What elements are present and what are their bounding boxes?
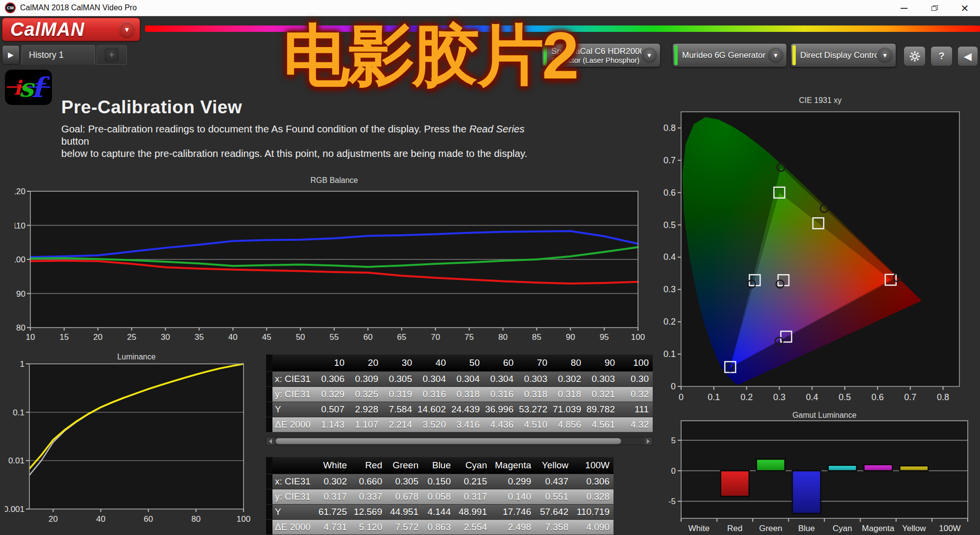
table-row: ΔE 20004.7315.1207.5720.8632.5542.4987.3… xyxy=(266,519,613,535)
table-cell: 14.602 xyxy=(416,404,450,415)
add-tab-button[interactable]: + xyxy=(97,45,127,65)
table-cell: 53.272 xyxy=(517,404,551,415)
table-cell: 0.306 xyxy=(572,476,613,487)
table-row: Y61.72512.56944.9514.14448.99117.74657.6… xyxy=(266,504,613,519)
table-row: y: CIE310.3170.3370.6780.0580.3170.1400.… xyxy=(266,489,613,504)
table-cell xyxy=(266,387,272,402)
table-cell: ΔE 2000 xyxy=(272,522,315,533)
question-icon: ? xyxy=(938,51,944,62)
minimize-button[interactable] xyxy=(889,0,919,16)
svg-text:40: 40 xyxy=(96,514,105,524)
settings-button[interactable] xyxy=(903,46,926,67)
chevron-down-icon: ▼ xyxy=(877,48,893,63)
display-control-dropdown[interactable]: Direct Display Control ▼ xyxy=(790,43,896,67)
table-cell: 3.520 xyxy=(416,419,450,430)
table-cell: 4.090 xyxy=(572,522,613,533)
table-cell: x: CIE31 xyxy=(272,476,315,487)
table-cell: 0.318 xyxy=(517,389,551,400)
svg-text:CIE 1931 xy: CIE 1931 xy xyxy=(799,96,841,104)
table-cell: 0.150 xyxy=(422,476,455,487)
play-arrow-icon: ▶ xyxy=(8,51,14,59)
svg-text:10: 10 xyxy=(26,332,35,342)
svg-text:0.1: 0.1 xyxy=(663,349,676,359)
table-cell: ΔE 2000 xyxy=(272,419,315,430)
table-cell: 5.120 xyxy=(351,522,386,533)
table-cell xyxy=(266,402,272,417)
svg-text:0.7: 0.7 xyxy=(663,155,676,165)
table-cell xyxy=(266,417,272,432)
svg-text:25: 25 xyxy=(127,332,136,342)
table-cell: 0.215 xyxy=(455,476,491,487)
scroll-left-button[interactable] xyxy=(267,437,274,445)
luminance-chart: 10.10.010.00120406080100Luminance xyxy=(5,351,261,535)
calman-menu-button[interactable]: CalMAN ▼ xyxy=(2,18,140,41)
table-cell: 4.856 xyxy=(551,419,585,430)
table-cell: Y xyxy=(272,404,315,415)
chevron-down-icon: ▼ xyxy=(768,48,784,63)
source-dropdown[interactable]: Murideo 6G Generator ▼ xyxy=(672,43,787,67)
help-button[interactable]: ? xyxy=(930,46,953,67)
table-cell: 7.572 xyxy=(386,522,422,533)
svg-text:0.3: 0.3 xyxy=(773,392,785,402)
table-cell: 4.561 xyxy=(585,419,619,430)
sidebar-expander-button[interactable]: ▶ xyxy=(2,45,20,65)
window-title: CalMAN 2018 CalMAN Video Pro xyxy=(20,3,137,12)
table-cell: Magenta xyxy=(491,460,535,471)
svg-text:80: 80 xyxy=(191,514,200,524)
page-title: Pre-Calibration View xyxy=(61,97,242,118)
table-cell: 40 xyxy=(416,357,450,368)
gamut-luminance-chart: 50-5WhiteRedGreenBlueCyanMagentaYellow10… xyxy=(659,411,977,535)
table-row: ΔE 20001.1431.1072.2143.5203.4164.4364.5… xyxy=(266,417,653,432)
scroll-right-button[interactable] xyxy=(644,437,652,445)
table-cell: 61.725 xyxy=(315,507,351,517)
table-cell: 24.439 xyxy=(450,404,484,415)
svg-text:0.6: 0.6 xyxy=(871,392,883,402)
scrollbar-thumb[interactable] xyxy=(275,438,621,444)
table-cell: 36.996 xyxy=(484,404,517,415)
table-cell: 0.140 xyxy=(491,491,535,502)
table-row: Y0.5072.9287.58414.60224.43936.99653.272… xyxy=(266,402,653,417)
table-cell: 1.107 xyxy=(348,419,382,430)
table-cell: 0.321 xyxy=(585,389,619,400)
table-cell: 48.991 xyxy=(455,507,491,517)
table-cell: 0.318 xyxy=(450,389,484,400)
table-cell: 17.746 xyxy=(491,507,535,517)
restore-icon xyxy=(931,5,938,11)
restore-button[interactable] xyxy=(919,0,950,16)
scrollbar-track[interactable] xyxy=(275,438,643,444)
table-cell: 0.302 xyxy=(551,374,585,384)
collapse-panel-button[interactable]: ◀ xyxy=(957,46,979,67)
table-cell: 2.214 xyxy=(382,419,416,430)
close-button[interactable]: ✕ xyxy=(950,0,980,16)
table-cell: 4.32 xyxy=(619,419,653,430)
table-cell: 12.569 xyxy=(351,507,386,517)
svg-text:100: 100 xyxy=(237,514,250,524)
table-cell xyxy=(266,505,272,519)
minimize-icon xyxy=(901,8,907,9)
svg-text:0: 0 xyxy=(671,382,676,391)
plus-icon: + xyxy=(104,48,119,62)
grayscale-table-scrollbar[interactable] xyxy=(266,437,653,445)
svg-text:Cyan: Cyan xyxy=(833,524,852,533)
table-row: x: CIE310.3020.6600.3050.1500.2150.2990.… xyxy=(266,474,613,489)
table-cell: 71.039 xyxy=(551,404,585,415)
table-cell: 111 xyxy=(619,404,653,415)
svg-text:0.6: 0.6 xyxy=(663,188,676,198)
svg-text:100: 100 xyxy=(631,332,645,342)
tab-history-1[interactable]: History 1 xyxy=(22,45,95,65)
svg-text:90: 90 xyxy=(566,332,575,342)
table-cell: 2.498 xyxy=(491,522,535,533)
svg-text:35: 35 xyxy=(195,332,204,342)
svg-text:110: 110 xyxy=(15,221,25,230)
table-cell: 0.328 xyxy=(572,491,613,502)
table-cell: 0.303 xyxy=(517,374,551,384)
table-cell: 0.660 xyxy=(351,476,386,487)
table-cell xyxy=(266,457,272,474)
svg-text:-5: -5 xyxy=(668,497,676,506)
table-cell: 89.782 xyxy=(585,404,619,415)
read-series-emphasis: Read Series xyxy=(469,123,525,134)
table-cell: 0.306 xyxy=(315,374,348,384)
svg-text:White: White xyxy=(688,524,710,533)
svg-text:0.8: 0.8 xyxy=(663,123,676,133)
table-cell: y: CIE31 xyxy=(272,389,315,400)
